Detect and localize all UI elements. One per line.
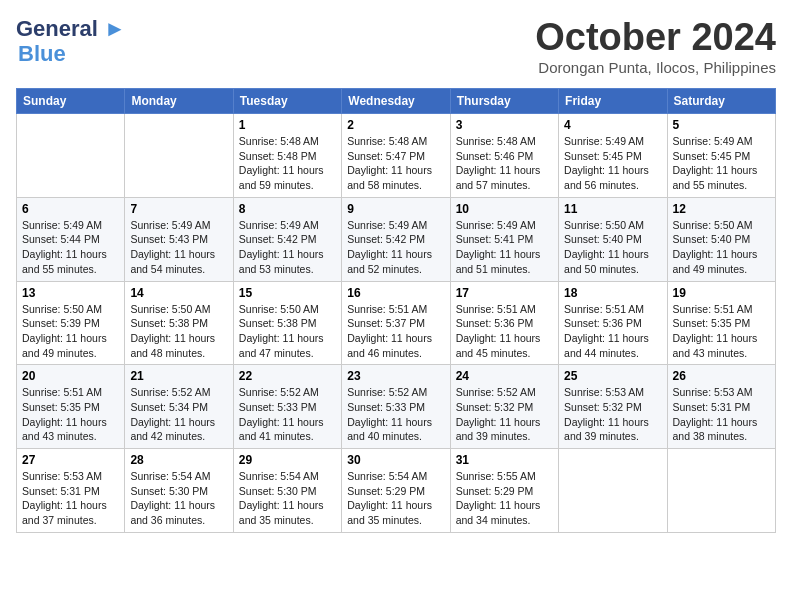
day-number: 3: [456, 118, 553, 132]
logo-subtext: Blue: [18, 42, 66, 66]
table-row: 12Sunrise: 5:50 AMSunset: 5:40 PMDayligh…: [667, 197, 775, 281]
cell-details: Sunrise: 5:52 AMSunset: 5:33 PMDaylight:…: [347, 385, 444, 444]
day-number: 13: [22, 286, 119, 300]
table-row: 26Sunrise: 5:53 AMSunset: 5:31 PMDayligh…: [667, 365, 775, 449]
day-number: 22: [239, 369, 336, 383]
table-row: 24Sunrise: 5:52 AMSunset: 5:32 PMDayligh…: [450, 365, 558, 449]
cell-details: Sunrise: 5:48 AMSunset: 5:46 PMDaylight:…: [456, 134, 553, 193]
day-number: 30: [347, 453, 444, 467]
table-row: 2Sunrise: 5:48 AMSunset: 5:47 PMDaylight…: [342, 114, 450, 198]
day-number: 10: [456, 202, 553, 216]
table-row: 13Sunrise: 5:50 AMSunset: 5:39 PMDayligh…: [17, 281, 125, 365]
cell-details: Sunrise: 5:53 AMSunset: 5:31 PMDaylight:…: [673, 385, 770, 444]
table-row: 10Sunrise: 5:49 AMSunset: 5:41 PMDayligh…: [450, 197, 558, 281]
table-row: 25Sunrise: 5:53 AMSunset: 5:32 PMDayligh…: [559, 365, 667, 449]
cell-details: Sunrise: 5:49 AMSunset: 5:41 PMDaylight:…: [456, 218, 553, 277]
table-row: 7Sunrise: 5:49 AMSunset: 5:43 PMDaylight…: [125, 197, 233, 281]
table-row: [17, 114, 125, 198]
calendar-week-row: 13Sunrise: 5:50 AMSunset: 5:39 PMDayligh…: [17, 281, 776, 365]
table-row: 17Sunrise: 5:51 AMSunset: 5:36 PMDayligh…: [450, 281, 558, 365]
cell-details: Sunrise: 5:49 AMSunset: 5:42 PMDaylight:…: [347, 218, 444, 277]
logo-text: General ►: [16, 16, 126, 42]
table-row: 15Sunrise: 5:50 AMSunset: 5:38 PMDayligh…: [233, 281, 341, 365]
table-row: 4Sunrise: 5:49 AMSunset: 5:45 PMDaylight…: [559, 114, 667, 198]
table-row: [667, 449, 775, 533]
table-row: 20Sunrise: 5:51 AMSunset: 5:35 PMDayligh…: [17, 365, 125, 449]
table-row: 11Sunrise: 5:50 AMSunset: 5:40 PMDayligh…: [559, 197, 667, 281]
table-row: 28Sunrise: 5:54 AMSunset: 5:30 PMDayligh…: [125, 449, 233, 533]
cell-details: Sunrise: 5:52 AMSunset: 5:33 PMDaylight:…: [239, 385, 336, 444]
col-sunday: Sunday: [17, 89, 125, 114]
cell-details: Sunrise: 5:54 AMSunset: 5:29 PMDaylight:…: [347, 469, 444, 528]
table-row: 30Sunrise: 5:54 AMSunset: 5:29 PMDayligh…: [342, 449, 450, 533]
cell-details: Sunrise: 5:52 AMSunset: 5:34 PMDaylight:…: [130, 385, 227, 444]
cell-details: Sunrise: 5:51 AMSunset: 5:36 PMDaylight:…: [456, 302, 553, 361]
day-number: 8: [239, 202, 336, 216]
cell-details: Sunrise: 5:49 AMSunset: 5:43 PMDaylight:…: [130, 218, 227, 277]
col-saturday: Saturday: [667, 89, 775, 114]
cell-details: Sunrise: 5:55 AMSunset: 5:29 PMDaylight:…: [456, 469, 553, 528]
table-row: 3Sunrise: 5:48 AMSunset: 5:46 PMDaylight…: [450, 114, 558, 198]
calendar-week-row: 27Sunrise: 5:53 AMSunset: 5:31 PMDayligh…: [17, 449, 776, 533]
col-monday: Monday: [125, 89, 233, 114]
day-number: 2: [347, 118, 444, 132]
table-row: 16Sunrise: 5:51 AMSunset: 5:37 PMDayligh…: [342, 281, 450, 365]
table-row: 14Sunrise: 5:50 AMSunset: 5:38 PMDayligh…: [125, 281, 233, 365]
day-number: 15: [239, 286, 336, 300]
col-friday: Friday: [559, 89, 667, 114]
day-number: 29: [239, 453, 336, 467]
cell-details: Sunrise: 5:50 AMSunset: 5:40 PMDaylight:…: [564, 218, 661, 277]
table-row: 1Sunrise: 5:48 AMSunset: 5:48 PMDaylight…: [233, 114, 341, 198]
cell-details: Sunrise: 5:51 AMSunset: 5:37 PMDaylight:…: [347, 302, 444, 361]
day-number: 31: [456, 453, 553, 467]
cell-details: Sunrise: 5:54 AMSunset: 5:30 PMDaylight:…: [130, 469, 227, 528]
day-number: 25: [564, 369, 661, 383]
day-number: 11: [564, 202, 661, 216]
cell-details: Sunrise: 5:54 AMSunset: 5:30 PMDaylight:…: [239, 469, 336, 528]
day-number: 23: [347, 369, 444, 383]
calendar-header-row: Sunday Monday Tuesday Wednesday Thursday…: [17, 89, 776, 114]
day-number: 4: [564, 118, 661, 132]
cell-details: Sunrise: 5:48 AMSunset: 5:48 PMDaylight:…: [239, 134, 336, 193]
day-number: 20: [22, 369, 119, 383]
cell-details: Sunrise: 5:49 AMSunset: 5:45 PMDaylight:…: [673, 134, 770, 193]
table-row: [125, 114, 233, 198]
day-number: 21: [130, 369, 227, 383]
table-row: 27Sunrise: 5:53 AMSunset: 5:31 PMDayligh…: [17, 449, 125, 533]
cell-details: Sunrise: 5:49 AMSunset: 5:42 PMDaylight:…: [239, 218, 336, 277]
col-thursday: Thursday: [450, 89, 558, 114]
logo: General ► Blue: [16, 16, 126, 67]
table-row: 22Sunrise: 5:52 AMSunset: 5:33 PMDayligh…: [233, 365, 341, 449]
day-number: 28: [130, 453, 227, 467]
cell-details: Sunrise: 5:53 AMSunset: 5:32 PMDaylight:…: [564, 385, 661, 444]
cell-details: Sunrise: 5:49 AMSunset: 5:45 PMDaylight:…: [564, 134, 661, 193]
day-number: 1: [239, 118, 336, 132]
cell-details: Sunrise: 5:53 AMSunset: 5:31 PMDaylight:…: [22, 469, 119, 528]
cell-details: Sunrise: 5:50 AMSunset: 5:39 PMDaylight:…: [22, 302, 119, 361]
table-row: 23Sunrise: 5:52 AMSunset: 5:33 PMDayligh…: [342, 365, 450, 449]
calendar-week-row: 6Sunrise: 5:49 AMSunset: 5:44 PMDaylight…: [17, 197, 776, 281]
table-row: 18Sunrise: 5:51 AMSunset: 5:36 PMDayligh…: [559, 281, 667, 365]
cell-details: Sunrise: 5:51 AMSunset: 5:35 PMDaylight:…: [22, 385, 119, 444]
table-row: 31Sunrise: 5:55 AMSunset: 5:29 PMDayligh…: [450, 449, 558, 533]
cell-details: Sunrise: 5:49 AMSunset: 5:44 PMDaylight:…: [22, 218, 119, 277]
cell-details: Sunrise: 5:50 AMSunset: 5:38 PMDaylight:…: [130, 302, 227, 361]
day-number: 5: [673, 118, 770, 132]
day-number: 7: [130, 202, 227, 216]
day-number: 17: [456, 286, 553, 300]
location-subtitle: Dorongan Punta, Ilocos, Philippines: [535, 59, 776, 76]
cell-details: Sunrise: 5:50 AMSunset: 5:38 PMDaylight:…: [239, 302, 336, 361]
cell-details: Sunrise: 5:50 AMSunset: 5:40 PMDaylight:…: [673, 218, 770, 277]
table-row: [559, 449, 667, 533]
table-row: 8Sunrise: 5:49 AMSunset: 5:42 PMDaylight…: [233, 197, 341, 281]
page-header: General ► Blue October 2024 Dorongan Pun…: [16, 16, 776, 76]
day-number: 16: [347, 286, 444, 300]
day-number: 19: [673, 286, 770, 300]
calendar-week-row: 1Sunrise: 5:48 AMSunset: 5:48 PMDaylight…: [17, 114, 776, 198]
cell-details: Sunrise: 5:51 AMSunset: 5:35 PMDaylight:…: [673, 302, 770, 361]
day-number: 12: [673, 202, 770, 216]
day-number: 9: [347, 202, 444, 216]
cell-details: Sunrise: 5:51 AMSunset: 5:36 PMDaylight:…: [564, 302, 661, 361]
table-row: 6Sunrise: 5:49 AMSunset: 5:44 PMDaylight…: [17, 197, 125, 281]
day-number: 6: [22, 202, 119, 216]
